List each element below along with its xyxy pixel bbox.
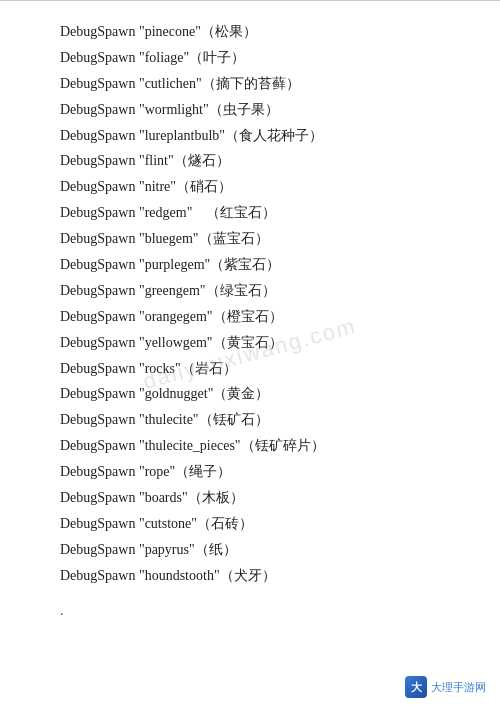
cn-label: （绳子） <box>175 464 231 479</box>
cmd-label: DebugSpawn <box>60 386 139 401</box>
list-item: DebugSpawn "lureplantbulb"（食人花种子） <box>60 123 440 149</box>
cn-label: （硝石） <box>176 179 232 194</box>
cn-label: （黄金） <box>213 386 269 401</box>
cn-label: （叶子） <box>189 50 245 65</box>
key-label: "bluegem" <box>139 231 199 246</box>
footer-logo: 大 大理手游网 <box>405 676 486 698</box>
cmd-label: DebugSpawn <box>60 542 139 557</box>
cn-label: （摘下的苔藓） <box>202 76 300 91</box>
cn-label: （蓝宝石） <box>199 231 269 246</box>
list-item: DebugSpawn "orangegem"（橙宝石） <box>60 304 440 330</box>
key-label: "yellowgem" <box>139 335 213 350</box>
list-item: DebugSpawn "bluegem"（蓝宝石） <box>60 226 440 252</box>
list-item: DebugSpawn "houndstooth"（犬牙） <box>60 563 440 589</box>
cmd-label: DebugSpawn <box>60 205 139 220</box>
key-label: "cutstone" <box>139 516 197 531</box>
cmd-label: DebugSpawn <box>60 490 139 505</box>
cmd-label: DebugSpawn <box>60 179 139 194</box>
footer-logo-icon: 大 <box>405 676 427 698</box>
list-item: DebugSpawn "rocks"（岩石） <box>60 356 440 382</box>
cmd-label: DebugSpawn <box>60 128 139 143</box>
cn-label: （橙宝石） <box>213 309 283 324</box>
cmd-label: DebugSpawn <box>60 24 139 39</box>
key-label: "thulecite_pieces" <box>139 438 241 453</box>
cmd-label: DebugSpawn <box>60 516 139 531</box>
key-label: "cutlichen" <box>139 76 202 91</box>
list-item: DebugSpawn "foliage"（叶子） <box>60 45 440 71</box>
cn-label: （绿宝石） <box>206 283 276 298</box>
key-label: "nitre" <box>139 179 176 194</box>
cmd-label: DebugSpawn <box>60 568 139 583</box>
key-label: "purplegem" <box>139 257 210 272</box>
key-label: "pinecone" <box>139 24 201 39</box>
cmd-label: DebugSpawn <box>60 76 139 91</box>
cn-label: （虫子果） <box>209 102 279 117</box>
cn-label: （岩石） <box>181 361 237 376</box>
list-item: DebugSpawn "boards"（木板） <box>60 485 440 511</box>
cn-label: （松果） <box>201 24 257 39</box>
list-item: DebugSpawn "redgem" （红宝石） <box>60 200 440 226</box>
key-label: "lureplantbulb" <box>139 128 225 143</box>
list-item: DebugSpawn "flint"（燧石） <box>60 148 440 174</box>
cn-label: （石砖） <box>197 516 253 531</box>
cn-label: （燧石） <box>174 153 230 168</box>
list-item: DebugSpawn "pinecone"（松果） <box>60 19 440 45</box>
cn-label: （食人花种子） <box>225 128 323 143</box>
key-label: "flint" <box>139 153 174 168</box>
key-label: "rope" <box>139 464 175 479</box>
cmd-label: DebugSpawn <box>60 231 139 246</box>
cmd-label: DebugSpawn <box>60 153 139 168</box>
key-label: "foliage" <box>139 50 189 65</box>
list-item: DebugSpawn "purplegem"（紫宝石） <box>60 252 440 278</box>
list-item: DebugSpawn "thulecite_pieces"（铥矿碎片） <box>60 433 440 459</box>
cn-label: （纸） <box>195 542 237 557</box>
key-label: "papyrus" <box>139 542 195 557</box>
cn-label: （木板） <box>188 490 244 505</box>
content-area: DebugSpawn "pinecone"（松果）DebugSpawn "fol… <box>0 11 500 597</box>
key-label: "houndstooth" <box>139 568 220 583</box>
key-label: "thulecite" <box>139 412 199 427</box>
cn-label: （铥矿碎片） <box>241 438 325 453</box>
cn-label: （红宝石） <box>192 205 276 220</box>
cmd-label: DebugSpawn <box>60 50 139 65</box>
list-item: DebugSpawn "nitre"（硝石） <box>60 174 440 200</box>
top-divider <box>0 0 500 1</box>
cn-label: （黄宝石） <box>213 335 283 350</box>
cn-label: （紫宝石） <box>210 257 280 272</box>
cmd-label: DebugSpawn <box>60 361 139 376</box>
key-label: "orangegem" <box>139 309 213 324</box>
cmd-label: DebugSpawn <box>60 438 139 453</box>
cn-label: （铥矿石） <box>199 412 269 427</box>
cmd-label: DebugSpawn <box>60 412 139 427</box>
key-label: "goldnugget" <box>139 386 213 401</box>
key-label: "boards" <box>139 490 188 505</box>
cmd-label: DebugSpawn <box>60 335 139 350</box>
list-item: DebugSpawn "goldnugget"（黄金） <box>60 381 440 407</box>
list-item: DebugSpawn "cutstone"（石砖） <box>60 511 440 537</box>
list-item: DebugSpawn "yellowgem"（黄宝石） <box>60 330 440 356</box>
cn-label: （犬牙） <box>220 568 276 583</box>
list-item: DebugSpawn "greengem"（绿宝石） <box>60 278 440 304</box>
list-item: DebugSpawn "cutlichen"（摘下的苔藓） <box>60 71 440 97</box>
list-item: DebugSpawn "papyrus"（纸） <box>60 537 440 563</box>
key-label: "greengem" <box>139 283 206 298</box>
cmd-label: DebugSpawn <box>60 464 139 479</box>
footer-logo-text: 大理手游网 <box>431 680 486 695</box>
list-item: DebugSpawn "wormlight"（虫子果） <box>60 97 440 123</box>
cmd-label: DebugSpawn <box>60 257 139 272</box>
cmd-label: DebugSpawn <box>60 309 139 324</box>
key-label: "wormlight" <box>139 102 209 117</box>
bottom-dot: . <box>0 597 500 625</box>
key-label: "redgem" <box>139 205 192 220</box>
key-label: "rocks" <box>139 361 181 376</box>
cmd-label: DebugSpawn <box>60 283 139 298</box>
cmd-label: DebugSpawn <box>60 102 139 117</box>
list-item: DebugSpawn "thulecite"（铥矿石） <box>60 407 440 433</box>
list-item: DebugSpawn "rope"（绳子） <box>60 459 440 485</box>
